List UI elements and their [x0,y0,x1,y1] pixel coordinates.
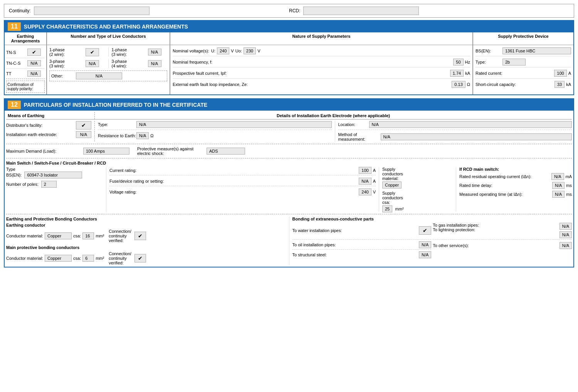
ze-row: External earth fault loop impedance, Ze:… [173,81,470,88]
rcd-input[interactable] [303,7,419,15]
distributor-value[interactable]: ✔ [76,121,91,130]
ms-supply: Supplyconductorsmaterial: Copper Supplyc… [379,167,456,212]
ms-type-bs-value[interactable]: 60947-3 Isolator [24,172,82,178]
fuse-rating-unit: A [373,179,376,183]
section-12: 12 PARTICULARS OF INSTALLATION REFERRED … [4,98,574,268]
current-rating-label: Current rating: [109,168,359,173]
pfc-value[interactable]: 1.74 [450,70,464,77]
bonding-ext-header: Bonding of extraneous-conductive parts [292,217,572,221]
voltage-rating-row: Voltage rating: 240 V [109,188,376,195]
resistance-value[interactable]: N/A [136,132,149,139]
type-label: Type: [476,60,502,64]
structural-value[interactable]: N/A [419,251,431,258]
ms-poles-value[interactable]: 2 [41,181,57,188]
gas-row: To gas installation pipes:To lightning p… [433,223,572,240]
installation-value[interactable]: N/A [76,131,91,138]
s11-body: TN-S ✔ TN-C-S N/A TT N/A Confirmation of… [5,45,573,94]
rated-time-value[interactable]: N/A [552,182,565,189]
ms-type-bs-row: TypeBS(EN): 60947-3 Isolator [6,167,103,178]
bonding-left: Earthing conductor Conductor material: C… [6,223,289,265]
mbc-connection-value[interactable]: ✔ [134,254,146,262]
method-value[interactable]: N/A [381,133,572,140]
pfc-row: Prospective fault current, Ipf: 1.74 kA [173,70,470,79]
tt-value[interactable]: N/A [27,71,41,77]
freq-unit: Hz [465,60,470,64]
uo-value[interactable]: 230 [244,47,256,54]
water-value[interactable]: ✔ [419,226,431,235]
distributor-label: Distributor's facility: [6,123,76,128]
type-row: Type: 2b [476,59,571,67]
rated-residual-value[interactable]: N/A [551,173,564,180]
other-value[interactable]: N/A [560,242,572,249]
gas-value[interactable]: N/A [560,223,572,230]
nominal-voltage-label: Nominal voltage(s): [173,49,211,53]
tncs-value[interactable]: N/A [27,60,41,66]
u-value[interactable]: 240 [217,47,229,54]
s12-earthing-left: Distributor's facility: ✔ Installation e… [6,121,95,141]
ze-value[interactable]: 0.13 [452,81,465,88]
supply-material-value[interactable]: Copper [382,182,402,188]
bs-value[interactable]: 1361 Fuse HBC [502,47,571,54]
current-rating-value[interactable]: 100 [359,167,371,174]
tncs-label: TN-C-S [6,61,27,66]
rated-unit: A [568,71,571,76]
pfc-label: Prospective fault current, Ipf: [173,71,450,76]
location-value[interactable]: N/A [369,121,572,128]
earthing-conductor-header: Earthing conductor [6,223,286,227]
live-other-value[interactable]: N/A [76,72,122,79]
protective-value[interactable]: ADS [207,148,245,155]
type-value[interactable]: 2b [502,59,526,66]
water-label: To water installation pipes: [292,228,418,233]
resistance-row: Resistance to Earth: N/A Ω [98,132,332,139]
electrode-type-value[interactable]: N/A [136,121,332,128]
live-3p4w-value[interactable]: N/A [148,60,161,67]
ms-poles-row: Number of poles: 2 [6,181,103,188]
measured-op-value[interactable]: N/A [552,191,565,198]
s11-protective-col: BS(EN): 1361 Fuse HBC Type: 2b Rated cur… [473,45,573,94]
main-switch-header: Main Switch / Switch-Fuse / Circuit-Brea… [6,161,572,165]
live-1p2w-value[interactable]: ✔ [86,48,99,56]
mbc-conductor-value[interactable]: Copper [45,255,72,262]
freq-value[interactable]: 50 [453,59,463,66]
sc-row: Short-circuit capacity: 33 kA [476,81,571,88]
lightning-value[interactable]: N/A [560,231,572,238]
u-unit: V [231,49,234,53]
ec-csa-unit: mm² [96,234,104,238]
sc-value[interactable]: 33 [554,81,565,88]
live-3p3w: 3-phase(3 wire): N/A [49,59,109,68]
fuse-rating-label: Fuse/device rating or setting: [109,179,359,183]
pfc-unit: kA [465,71,470,76]
u-label: U: [211,49,215,53]
top-bar: Continuity: RCD: [4,4,574,18]
fuse-rating-value[interactable]: N/A [359,178,371,185]
sc-label: Short-circuit capacity: [476,82,554,87]
fuse-rating-row: Fuse/device rating or setting: N/A A [109,178,376,186]
section-12-number: 12 [8,101,21,109]
ec-connection-value[interactable]: ✔ [134,232,146,240]
ms-left: TypeBS(EN): 60947-3 Isolator Number of p… [6,167,106,212]
ec-conductor-value[interactable]: Copper [45,232,72,239]
tns-value[interactable]: ✔ [27,49,41,56]
live-row-2: 3-phase(3 wire): N/A 3-phase(4 wire): N/… [49,59,167,68]
max-demand-value[interactable]: 100 Amps [83,148,129,155]
ec-label: Conductor material: [6,234,45,238]
live-1p3w-value[interactable]: N/A [148,49,161,56]
main-switch-body: TypeBS(EN): 60947-3 Isolator Number of p… [6,167,572,212]
rated-value[interactable]: 100 [554,70,566,77]
ec-row: Conductor material: Copper csa: 16 mm² C… [6,229,286,243]
oil-row: To oil installation pipes: N/A [292,241,432,250]
section-12-header: 12 PARTICULARS OF INSTALLATION REFERRED … [5,99,573,111]
mbc-csa-value[interactable]: 6 [82,255,94,262]
continuity-input[interactable] [34,7,150,15]
oil-label: To oil installation pipes: [292,242,418,247]
live-other-row: Other: N/A [49,71,167,81]
oil-value[interactable]: N/A [419,241,431,248]
s12-earthing-header: Means of Earthing [6,112,95,119]
section-11: 11 SUPPLY CHARACTERISTICS AND EARTHING A… [4,20,574,95]
other-row: To other service(s): N/A [433,241,572,250]
voltage-rating-value[interactable]: 240 [359,188,371,195]
live-3p3w-value[interactable]: N/A [86,60,99,67]
s12-earthing-electrode: Distributor's facility: ✔ Installation e… [6,121,572,144]
ec-csa-value[interactable]: 16 [82,232,94,239]
supply-csa-value[interactable]: 25 [382,205,392,212]
